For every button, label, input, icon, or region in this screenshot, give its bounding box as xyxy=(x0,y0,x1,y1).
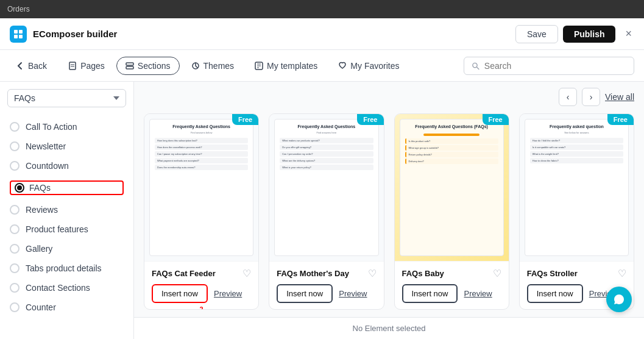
sidebar-item-faqs[interactable]: FAQs 1 xyxy=(0,176,133,200)
logo-icon xyxy=(13,29,23,39)
card-name-row-2: FAQs Mother's Day ♡ xyxy=(277,268,376,279)
faq-item: Is it compatible with car seats? xyxy=(530,145,623,150)
nav-my-templates-button[interactable]: My templates xyxy=(246,57,327,75)
card-faqs-cat-feeder: Free Frequently Asked Questions Find ans… xyxy=(144,113,259,310)
chat-button[interactable] xyxy=(606,287,632,312)
card-badge-3: Free xyxy=(483,114,509,125)
faq-item: Is this product safe? xyxy=(405,138,498,144)
radio-tabs-product-details xyxy=(10,263,19,273)
my-templates-label: My templates xyxy=(267,61,317,71)
sidebar-item-reviews[interactable]: Reviews xyxy=(0,200,133,219)
insert-now-button-2[interactable]: Insert now xyxy=(277,284,333,303)
search-box xyxy=(464,57,634,75)
baby-accent xyxy=(423,134,479,136)
sidebar-item-tabs-product-details[interactable]: Tabs product details xyxy=(0,259,133,278)
radio-countdown xyxy=(10,161,19,171)
content: FAQs Call To Action Newsletter Countdown xyxy=(0,82,644,339)
card-preview-inner-1: Frequently Asked Questions Find answers … xyxy=(149,119,253,256)
faq-item: Return policy details? xyxy=(405,152,498,157)
faq-title-4: Frequently asked question xyxy=(550,124,604,129)
faq-subtitle-2: Find answers here xyxy=(316,131,336,134)
radio-faqs xyxy=(15,183,24,193)
card-name-row-3: FAQs Baby ♡ xyxy=(402,268,501,279)
nav-sections-button[interactable]: Sections xyxy=(116,57,180,75)
radio-reviews xyxy=(10,205,19,215)
sidebar-item-label: Product features xyxy=(26,224,88,234)
sidebar-list: Call To Action Newsletter Countdown FAQs… xyxy=(0,112,133,339)
insert-now-button-4[interactable]: Insert now xyxy=(527,284,583,303)
sidebar-item-label: FAQs xyxy=(29,183,51,193)
publish-button[interactable]: Publish xyxy=(563,26,616,43)
nav-pages-button[interactable]: Pages xyxy=(59,57,114,75)
faq-item: Does the membership auto-renew? xyxy=(155,165,248,170)
main-toolbar: ‹ › View all xyxy=(134,82,644,106)
card-name-2: FAQs Mother's Day xyxy=(277,269,349,278)
faq-item: How to clean the fabric? xyxy=(530,158,623,163)
sidebar: FAQs Call To Action Newsletter Countdown xyxy=(0,82,134,339)
card-preview-inner-3: Frequently Asked Questions (FAQs) Is thi… xyxy=(400,119,504,256)
favorite-button-4[interactable]: ♡ xyxy=(618,268,626,279)
faq-item: How does the cancellation process work? xyxy=(155,145,248,150)
card-footer-2: FAQs Mother's Day ♡ Insert now Preview xyxy=(269,261,383,309)
card-name-row-4: FAQs Stroller ♡ xyxy=(527,268,626,279)
sidebar-item-contact-sections[interactable]: Contact Sections xyxy=(0,278,133,298)
sidebar-item-product-features[interactable]: Product features xyxy=(0,219,133,239)
prev-button[interactable]: ‹ xyxy=(559,88,577,106)
sidebar-item-label: Gallery xyxy=(26,244,52,254)
sidebar-item-gallery[interactable]: Gallery xyxy=(0,239,133,259)
sections-icon xyxy=(126,62,134,70)
sections-label: Sections xyxy=(138,61,171,71)
card-badge-4: Free xyxy=(607,114,634,125)
faq-item: Can I personalize my order? xyxy=(280,151,373,157)
svg-point-14 xyxy=(473,63,477,67)
pages-icon xyxy=(68,62,77,70)
cards-grid: Free Frequently Asked Questions Find ans… xyxy=(134,106,644,317)
card-name-1: FAQs Cat Feeder xyxy=(152,269,216,278)
sidebar-item-label: Call To Action xyxy=(26,122,77,132)
close-button[interactable]: × xyxy=(623,25,634,43)
svg-rect-8 xyxy=(126,66,133,69)
svg-rect-1 xyxy=(19,30,23,34)
themes-icon xyxy=(191,62,200,70)
sidebar-category-select[interactable]: FAQs xyxy=(7,89,126,107)
faq-item: How do I fold the stroller? xyxy=(530,138,623,143)
save-button[interactable]: Save xyxy=(515,25,558,43)
nav-my-favorites-button[interactable]: My Favorites xyxy=(329,57,408,75)
sidebar-item-label: Counter xyxy=(26,302,56,312)
radio-contact-sections xyxy=(10,283,19,293)
sidebar-item-call-to-action[interactable]: Call To Action xyxy=(0,117,133,137)
sidebar-item-newsletter[interactable]: Newsletter xyxy=(0,137,133,156)
favorite-button-1[interactable]: ♡ xyxy=(242,268,251,279)
preview-button-1[interactable]: Preview xyxy=(214,289,242,298)
insert-now-button-3[interactable]: Insert now xyxy=(402,284,458,303)
sidebar-item-counter[interactable]: Counter xyxy=(0,298,133,317)
card-name-4: FAQs Stroller xyxy=(527,269,578,278)
card-actions-1: Insert now Preview 2 xyxy=(152,284,251,303)
svg-rect-7 xyxy=(126,63,133,65)
nav-themes-button[interactable]: Themes xyxy=(182,57,244,75)
back-button[interactable]: Back xyxy=(10,57,53,74)
themes-label: Themes xyxy=(203,61,235,71)
search-input[interactable] xyxy=(484,61,626,71)
favorite-button-2[interactable]: ♡ xyxy=(368,268,377,279)
preview-button-2[interactable]: Preview xyxy=(339,289,367,298)
faq-item: What payment methods are accepted? xyxy=(155,158,248,163)
pages-label: Pages xyxy=(80,61,105,71)
nav-bar: Back Pages Sections Themes My templates … xyxy=(0,50,644,82)
my-templates-icon xyxy=(255,62,263,70)
faq-title-2: Frequently Asked Questions xyxy=(298,124,356,129)
card-name-3: FAQs Baby xyxy=(402,269,444,278)
sidebar-item-countdown[interactable]: Countdown xyxy=(0,156,133,176)
app-bar: Orders xyxy=(0,0,644,18)
search-icon xyxy=(472,62,479,70)
preview-button-3[interactable]: Preview xyxy=(464,289,492,298)
svg-line-15 xyxy=(477,67,479,69)
faq-item: What is the weight limit? xyxy=(530,151,623,157)
insert-now-button-1[interactable]: Insert now xyxy=(152,284,208,303)
next-button[interactable]: › xyxy=(582,88,600,106)
favorite-button-3[interactable]: ♡ xyxy=(493,268,501,279)
view-all-button[interactable]: View all xyxy=(605,92,634,102)
status-text: No Element selected xyxy=(353,324,426,333)
card-name-row-1: FAQs Cat Feeder ♡ xyxy=(152,268,251,279)
my-favorites-icon xyxy=(338,62,347,70)
